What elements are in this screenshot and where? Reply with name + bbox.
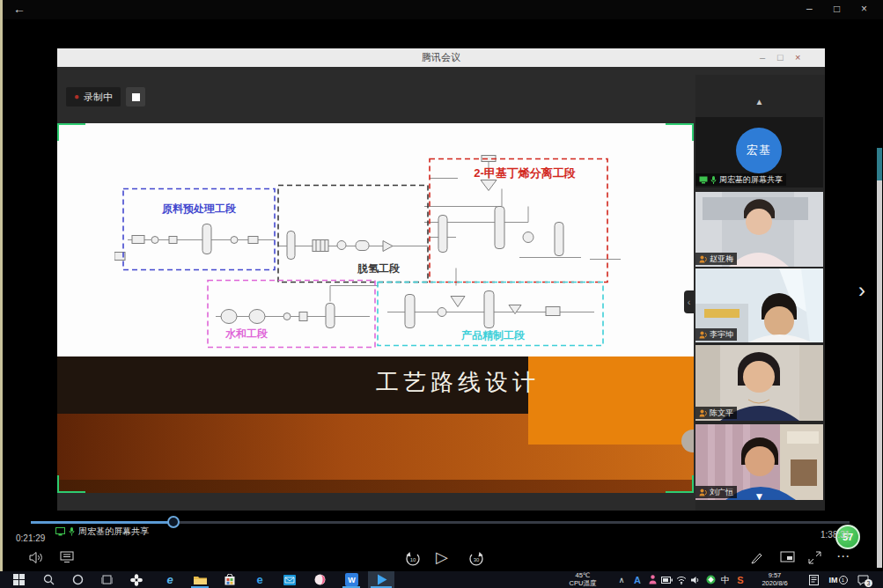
collapse-sidebar-tab[interactable]: ‹ (684, 290, 694, 313)
speaking-mic-icon (699, 331, 707, 339)
clock-widget[interactable]: 9:57 2020/8/6 (750, 572, 799, 587)
participant-label: 李宇坤 (710, 329, 733, 341)
search-icon[interactable] (37, 571, 60, 588)
meeting-minimize-button[interactable]: – (760, 52, 765, 62)
next-page-chevron[interactable]: › (858, 278, 865, 303)
tray-green-app-icon[interactable] (703, 571, 717, 588)
cortana-icon[interactable] (66, 571, 89, 588)
skip-forward-button[interactable]: 30 (467, 551, 486, 569)
fullscreen-button[interactable] (808, 551, 821, 568)
play-icon: ▷ (436, 548, 448, 566)
battery-icon[interactable] (659, 571, 673, 588)
display-settings-button[interactable] (60, 551, 74, 567)
volume-button[interactable] (29, 551, 44, 568)
share-corner-marker (57, 475, 85, 493)
progress-fill (31, 521, 173, 524)
back-icon[interactable]: ← (13, 2, 26, 16)
share-corner-marker (57, 123, 85, 141)
recording-indicator: ● 录制中 (66, 87, 121, 107)
speaking-mic-icon (699, 255, 707, 263)
participant-tile[interactable]: 李宇坤 (695, 268, 823, 342)
video-player-taskbar-icon[interactable] (368, 571, 394, 588)
participant-tile[interactable]: 宏基 周宏基的屏幕共享 (695, 117, 823, 187)
mic-icon (69, 527, 75, 536)
chevron-left-icon: ‹ (688, 297, 691, 307)
tray-expand-icon[interactable]: ∧ (614, 571, 629, 588)
background-scrollbar[interactable] (877, 180, 882, 568)
skip-back-button[interactable]: 10 (403, 551, 423, 569)
progress-track[interactable] (31, 521, 850, 524)
start-button[interactable] (7, 571, 30, 588)
annotate-button[interactable] (750, 551, 763, 568)
pip-button[interactable] (780, 551, 795, 567)
mic-icon (710, 176, 717, 184)
meeting-titlebar: 腾讯会议 – □ × (57, 48, 825, 67)
edge-icon[interactable]: e (248, 571, 271, 588)
player-titlebar: ← – □ × (3, 0, 883, 19)
pinwheel-app-icon[interactable] (125, 571, 148, 588)
tray-date: 2020/8/6 (750, 580, 799, 588)
tray-a-app-icon[interactable]: A (630, 571, 644, 588)
share-corner-marker (666, 475, 694, 493)
scroll-down-icon[interactable]: ▼ (695, 490, 823, 503)
slide-title: 工艺路线设计 (348, 367, 568, 398)
participant-label: 周宏基的屏幕共享 (719, 174, 783, 186)
stop-recording-button[interactable] (126, 87, 145, 107)
background-window-edge (0, 0, 3, 588)
slide-bottom-band (57, 480, 694, 493)
tray-person-app-icon[interactable] (645, 571, 659, 588)
action-center-icon[interactable]: 3 (856, 571, 870, 588)
section-label-pretreatment: 原料预处理工段 (161, 202, 237, 215)
ime-language-icon[interactable]: 中 (718, 571, 732, 588)
participants-sidebar: ▲ 宏基 周宏基的屏幕共享 (695, 75, 825, 511)
section-label-hydration: 水和工段 (224, 327, 269, 340)
record-icon: ● (74, 92, 79, 101)
task-view-icon[interactable] (95, 571, 118, 588)
meeting-restore-button[interactable]: □ (777, 52, 784, 62)
playback-share-label: 周宏基的屏幕共享 (55, 526, 149, 538)
ime-status-icon[interactable]: IM 1 (826, 571, 850, 588)
speaking-mic-icon (699, 409, 707, 417)
wifi-icon[interactable] (674, 571, 688, 588)
close-button[interactable]: × (861, 3, 867, 15)
more-button[interactable]: ⋯ (836, 548, 850, 564)
participant-tile[interactable]: 刘广恒 (695, 424, 823, 500)
participant-tile[interactable]: 陈文平 (695, 345, 823, 421)
shared-screen-region: 原料预处理工段 脱氢工段 2-甲基丁烯分离工段 水和工段 产品精制工段 工艺路线… (57, 123, 694, 493)
minimize-button[interactable]: – (806, 3, 813, 15)
notification-count-badge: 3 (865, 579, 872, 587)
play-button[interactable]: ▷ (436, 549, 448, 566)
recording-label: 录制中 (84, 91, 113, 104)
progress-handle[interactable] (167, 516, 180, 528)
sogou-icon[interactable]: S (733, 571, 747, 588)
cpu-temp-widget[interactable]: 45℃ CPU温度 (555, 572, 611, 587)
participant-label: 赵亚梅 (710, 254, 733, 265)
maximize-button[interactable]: □ (834, 3, 840, 15)
wps-icon[interactable]: W (340, 571, 363, 588)
stop-icon (132, 93, 140, 101)
background-scrollbar-segment (877, 148, 882, 180)
music-app-icon[interactable] (308, 571, 331, 588)
scroll-up-icon[interactable]: ▲ (695, 97, 823, 107)
process-flow-diagram: 原料预处理工段 脱氢工段 2-甲基丁烯分离工段 水和工段 产品精制工段 (114, 152, 634, 353)
ie-icon[interactable]: e (158, 571, 181, 588)
meeting-window: 腾讯会议 – □ × ● 录制中 (57, 48, 825, 511)
section-label-separation: 2-甲基丁烯分离工段 (474, 166, 576, 180)
ms-store-icon[interactable] (218, 571, 241, 588)
taskbar: e e W 45℃ CPU温度 ∧ A (0, 571, 883, 588)
share-corner-marker (666, 123, 694, 141)
meeting-title: 腾讯会议 (57, 51, 825, 64)
section-label-dehydrogenation: 脱氢工段 (357, 262, 401, 275)
share-label-text: 周宏基的屏幕共享 (78, 526, 149, 538)
total-time: 1:38:31 (820, 530, 850, 540)
file-explorer-icon[interactable] (188, 571, 211, 588)
meeting-close-button[interactable]: × (795, 52, 800, 62)
screen-share-icon (55, 527, 65, 536)
notes-icon[interactable] (806, 571, 820, 588)
more-icon: ⋯ (836, 548, 850, 563)
participant-tile[interactable]: 赵亚梅 (695, 192, 823, 267)
section-label-refining: 产品精制工段 (460, 329, 526, 342)
mail-icon[interactable] (278, 571, 301, 588)
participant-label: 陈文平 (710, 408, 733, 419)
volume-tray-icon[interactable] (688, 571, 703, 588)
